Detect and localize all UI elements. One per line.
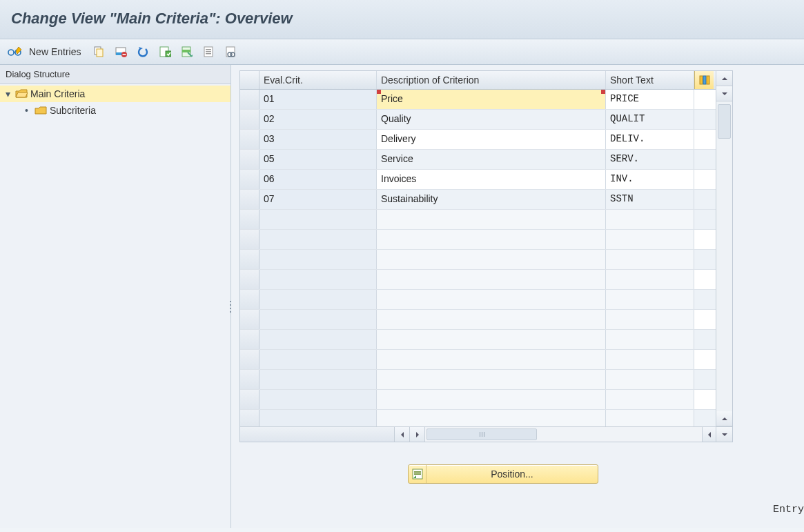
cell-short[interactable] (606, 350, 694, 369)
row-selector[interactable] (240, 150, 259, 169)
cell-eval[interactable]: 07 (259, 190, 377, 209)
select-block-icon[interactable] (179, 43, 195, 60)
vscroll-down-button[interactable] (716, 426, 732, 442)
position-button[interactable]: Position... (408, 464, 598, 484)
vscroll-up-step-button[interactable] (716, 411, 732, 426)
toolbar: New Entries (0, 39, 804, 65)
tree-item-subcriteria[interactable]: • Subcriteria (0, 102, 231, 119)
delete-icon[interactable] (112, 43, 129, 60)
column-header-desc[interactable]: Description of Criterion (377, 71, 606, 89)
undo-icon[interactable] (135, 43, 151, 60)
cell-desc[interactable] (377, 310, 606, 329)
cell-short[interactable] (606, 410, 694, 426)
vscroll-up-button[interactable] (716, 71, 732, 86)
column-header-short[interactable]: Short Text (606, 71, 694, 89)
cell-desc[interactable] (377, 290, 606, 309)
cell-eval[interactable]: 05 (259, 150, 377, 169)
cell-desc[interactable] (377, 390, 606, 409)
cell-desc[interactable] (377, 330, 606, 349)
cell-desc[interactable]: Invoices (377, 170, 606, 189)
cell-eval[interactable] (259, 410, 377, 426)
table-row: 01PricePRICE (240, 90, 732, 110)
cell-short[interactable]: SERV. (606, 150, 694, 169)
row-selector[interactable] (240, 190, 259, 209)
row-selector[interactable] (240, 110, 259, 129)
cell-eval[interactable] (259, 270, 377, 289)
cell-eval[interactable] (259, 290, 377, 309)
select-all-rows[interactable] (240, 71, 259, 89)
row-selector[interactable] (240, 410, 259, 426)
tree-collapse-icon[interactable]: ▾ (6, 88, 14, 99)
hscroll-left-button[interactable] (395, 427, 410, 442)
print-config-icon[interactable] (223, 43, 239, 60)
column-header-eval[interactable]: Eval.Crit. (259, 71, 377, 89)
cell-short[interactable] (606, 270, 694, 289)
cell-short[interactable] (606, 290, 694, 309)
cell-eval[interactable] (259, 350, 377, 369)
row-selector[interactable] (240, 290, 259, 309)
cell-desc[interactable] (377, 230, 606, 249)
hscroll-track[interactable] (425, 427, 702, 442)
vscroll-thumb[interactable] (718, 104, 731, 139)
tree-item-main-criteria[interactable]: ▾ Main Criteria (0, 86, 231, 102)
row-selector[interactable] (240, 210, 259, 229)
row-selector[interactable] (240, 390, 259, 409)
cell-short[interactable]: PRICE (606, 90, 694, 109)
cell-eval[interactable] (259, 370, 377, 389)
cell-short[interactable]: SSTN (606, 190, 694, 209)
hscroll-left-button-2[interactable] (702, 427, 717, 442)
cell-eval[interactable]: 06 (259, 170, 377, 189)
cell-desc[interactable]: Sustainability (377, 190, 606, 209)
cell-eval[interactable] (259, 250, 377, 269)
cell-short[interactable]: DELIV. (606, 130, 694, 149)
cell-desc[interactable] (377, 270, 606, 289)
cell-short[interactable] (606, 210, 694, 229)
row-selector[interactable] (240, 350, 259, 369)
cell-eval[interactable] (259, 310, 377, 329)
cell-desc[interactable] (377, 370, 606, 389)
hscroll-thumb[interactable] (426, 428, 537, 440)
cell-desc[interactable] (377, 210, 606, 229)
cell-short[interactable] (606, 370, 694, 389)
cell-short[interactable] (606, 390, 694, 409)
configure-columns-button[interactable] (694, 71, 714, 89)
vscroll-track[interactable] (716, 101, 732, 411)
cell-short[interactable] (606, 230, 694, 249)
cell-short[interactable] (606, 310, 694, 329)
select-all-icon[interactable] (157, 43, 173, 60)
cell-eval[interactable] (259, 210, 377, 229)
cell-desc[interactable]: Quality (377, 110, 606, 129)
cell-eval[interactable]: 03 (259, 130, 377, 149)
cell-eval[interactable]: 02 (259, 110, 377, 129)
hscroll-right-button[interactable] (410, 427, 425, 442)
row-selector[interactable] (240, 330, 259, 349)
deselect-all-icon[interactable] (201, 43, 217, 60)
row-selector[interactable] (240, 130, 259, 149)
row-selector[interactable] (240, 370, 259, 389)
cell-eval[interactable] (259, 230, 377, 249)
copy-icon[interactable] (90, 43, 107, 60)
row-selector[interactable] (240, 170, 259, 189)
cell-desc[interactable]: Price (377, 90, 606, 109)
cell-eval[interactable] (259, 330, 377, 349)
cell-short[interactable] (606, 250, 694, 269)
row-selector[interactable] (240, 90, 259, 109)
svg-rect-23 (414, 471, 421, 473)
row-selector[interactable] (240, 230, 259, 249)
cell-desc[interactable] (377, 350, 606, 369)
cell-short[interactable] (606, 330, 694, 349)
row-selector[interactable] (240, 270, 259, 289)
row-selector[interactable] (240, 250, 259, 269)
cell-desc[interactable] (377, 410, 606, 426)
cell-desc[interactable]: Service (377, 150, 606, 169)
cell-short[interactable]: QUALIT (606, 110, 694, 129)
cell-desc[interactable]: Delivery (377, 130, 606, 149)
new-entries-button[interactable]: New Entries (29, 46, 81, 57)
cell-desc[interactable] (377, 250, 606, 269)
glasses-pencil-icon[interactable] (7, 43, 23, 60)
cell-short[interactable]: INV. (606, 170, 694, 189)
vscroll-down-step-button[interactable] (716, 86, 732, 101)
cell-eval[interactable]: 01 (259, 90, 377, 109)
row-selector[interactable] (240, 310, 259, 329)
cell-eval[interactable] (259, 390, 377, 409)
